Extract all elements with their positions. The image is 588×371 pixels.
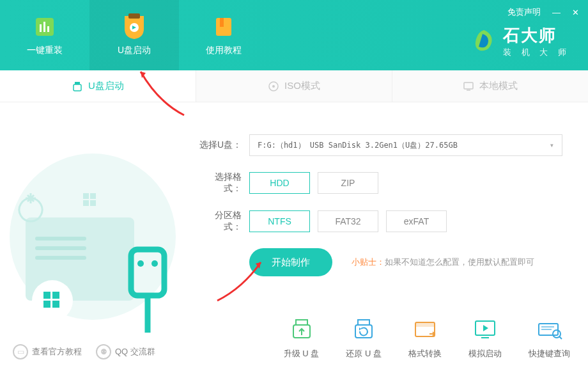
svg-rect-3: [47, 26, 49, 32]
bookmark-icon: [211, 14, 236, 40]
svg-rect-37: [415, 322, 435, 327]
tool-simulate-boot[interactable]: 模拟启动: [468, 316, 502, 359]
format-option-hdd[interactable]: HDD: [249, 172, 310, 194]
nav-tutorial[interactable]: 使用教程: [179, 0, 268, 70]
partition-option-exfat[interactable]: exFAT: [386, 210, 447, 232]
svg-rect-17: [35, 246, 86, 250]
tab-usb-boot[interactable]: U盘启动: [0, 70, 196, 102]
header: 一键重装 U盘启动 使用教程 免责声明 — ✕ 石大师 装 机 大 师: [0, 0, 588, 70]
svg-rect-20: [43, 292, 50, 299]
title-bar-actions: 免责声明 — ✕: [507, 6, 579, 18]
config-panel: 选择U盘： F:G:（hd1） USB SanDisk 3.2Gen1（U盘）2…: [185, 102, 588, 339]
tab-iso-mode[interactable]: ISO模式: [196, 70, 392, 102]
nav-label: 使用教程: [206, 45, 242, 56]
partition-label: 分区格式：: [198, 210, 242, 233]
svg-point-26: [151, 260, 158, 267]
svg-rect-12: [464, 83, 473, 89]
nav-usb-boot[interactable]: U盘启动: [89, 0, 179, 70]
svg-point-25: [137, 260, 144, 267]
svg-rect-9: [74, 84, 81, 91]
start-button[interactable]: 开始制作: [249, 248, 332, 276]
svg-rect-23: [52, 301, 59, 308]
format-convert-icon: [412, 316, 438, 343]
illustration: [0, 102, 185, 339]
format-option-zip[interactable]: ZIP: [318, 172, 378, 194]
svg-rect-18: [35, 256, 86, 260]
tab-local-mode[interactable]: 本地模式: [392, 70, 588, 102]
svg-rect-2: [43, 22, 45, 32]
disk-label: 选择U盘：: [198, 139, 242, 151]
close-button[interactable]: ✕: [572, 8, 579, 17]
monitor-icon: [463, 81, 474, 92]
mode-tabs: U盘启动 ISO模式 本地模式: [0, 70, 588, 102]
simulate-boot-icon: [472, 316, 499, 343]
format-label: 选择格式：: [198, 171, 242, 194]
footer-links: ▭ 查看官方教程 ⚉ QQ 交流群: [13, 344, 155, 359]
nav-reinstall[interactable]: 一键重装: [0, 0, 89, 70]
hotkey-query-icon: [536, 316, 563, 343]
svg-rect-4: [128, 13, 140, 19]
tool-restore-usb[interactable]: 还原 U 盘: [346, 316, 382, 359]
svg-rect-32: [296, 320, 307, 325]
book-icon: ▭: [13, 344, 28, 359]
partition-option-ntfs[interactable]: NTFS: [249, 210, 310, 232]
group-icon: ⚉: [96, 344, 111, 359]
svg-rect-30: [83, 200, 89, 206]
tool-row: 升级 U 盘 还原 U 盘 格式转换 模拟启动 快捷键查询: [284, 316, 570, 359]
svg-point-11: [272, 85, 275, 88]
brand-subtitle: 装 机 大 师: [503, 47, 570, 58]
svg-rect-16: [35, 237, 86, 241]
svg-rect-1: [40, 24, 42, 32]
iso-icon: [268, 81, 279, 92]
brand-logo-icon: [471, 29, 497, 54]
tool-hotkey-query[interactable]: 快捷键查询: [529, 316, 570, 359]
shield-icon: [121, 14, 147, 40]
bar-chart-icon: [32, 14, 58, 40]
minimize-button[interactable]: —: [552, 8, 561, 17]
svg-rect-28: [83, 193, 89, 199]
qq-group-link[interactable]: ⚉ QQ 交流群: [96, 344, 155, 359]
partition-option-fat32[interactable]: FAT32: [318, 210, 378, 232]
svg-rect-29: [90, 193, 96, 199]
disclaimer-link[interactable]: 免责声明: [507, 6, 541, 18]
svg-rect-34: [358, 320, 369, 325]
svg-rect-22: [43, 301, 50, 308]
nav-label: 一键重装: [27, 45, 63, 56]
upgrade-usb-icon: [288, 316, 315, 343]
svg-line-42: [559, 336, 562, 339]
usb-icon: [72, 81, 83, 92]
nav-label: U盘启动: [118, 45, 151, 56]
brand-name: 石大师: [503, 24, 570, 47]
disk-dropdown[interactable]: F:G:（hd1） USB SanDisk 3.2Gen1（U盘）27.65GB: [249, 134, 562, 156]
restore-usb-icon: [350, 316, 377, 343]
tool-format-convert[interactable]: 格式转换: [408, 316, 442, 359]
tool-upgrade-usb[interactable]: 升级 U 盘: [284, 316, 320, 359]
svg-rect-21: [52, 292, 59, 299]
brand: 石大师 装 机 大 师: [471, 24, 570, 58]
svg-rect-31: [90, 200, 96, 206]
tutorial-link[interactable]: ▭ 查看官方教程: [13, 344, 82, 359]
tip-text: 小贴士：如果不知道怎么配置，使用默认配置即可: [352, 257, 534, 268]
